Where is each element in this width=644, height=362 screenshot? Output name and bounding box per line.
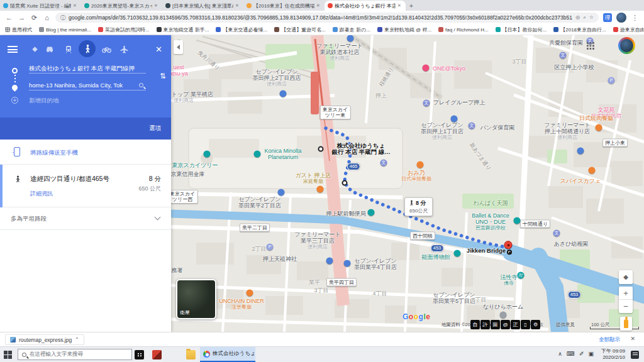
map-label[interactable]: ファミリーマート業平三丁目店便利商店 (294, 231, 340, 250)
map-label[interactable]: UNCHAIN DINER漢堡餐廳 (219, 298, 264, 310)
store-poi-pin[interactable] (344, 260, 351, 266)
store-poi-pin[interactable] (278, 189, 285, 195)
waypoint-marker[interactable] (342, 180, 348, 186)
add-destination-button[interactable]: 新增目的地 (29, 97, 59, 105)
map-label[interactable]: スパイスカフェ (560, 178, 601, 184)
satellite-toggle[interactable]: 衛星 (176, 279, 216, 319)
route-details-link[interactable]: 詳細資訊 (30, 190, 53, 198)
food-poi-pin[interactable] (247, 289, 253, 296)
download-item[interactable]: routemap_express.jpg ⌃ (5, 334, 84, 345)
store-poi-pin[interactable] (451, 115, 458, 122)
map-label[interactable]: 押上 (375, 92, 387, 99)
school-poi-pin[interactable]: 文 (553, 229, 560, 236)
map-label[interactable]: 東京東信用金庫 (171, 171, 205, 177)
zoom-out-button[interactable]: − (619, 300, 633, 313)
destination-pin[interactable] (504, 241, 513, 249)
map-label[interactable]: おみ乃日式串燒餐廳 (401, 170, 431, 182)
map-label[interactable]: 区立押上小学校 (555, 64, 594, 70)
bookmark-item[interactable]: faq / Richmond H... (438, 27, 488, 33)
taskbar-store-icon[interactable] (135, 350, 144, 359)
map-label[interactable]: 共愛館保育園 (549, 40, 583, 46)
ime-button[interactable]: 圖 (491, 320, 500, 329)
terrain-row[interactable]: 多為平坦路段 (0, 207, 171, 230)
tray-icon[interactable]: ∧ (558, 351, 562, 357)
map-label[interactable]: Ballet & DanceUNO・DUE芭蕾舞蹈學校 (472, 212, 509, 231)
ime-button[interactable]: ⚙ (531, 320, 540, 329)
action-center-icon[interactable] (631, 351, 639, 359)
mode-drive-icon[interactable] (43, 42, 57, 56)
browser-tab[interactable]: 【2019東京】住在成田機場旁✕ (243, 1, 325, 11)
route-duration-badge[interactable]: 8 分 650公尺 (404, 197, 433, 216)
teal-poi-pin[interactable] (454, 250, 461, 256)
new-tab-button[interactable]: + (406, 2, 417, 11)
map-label[interactable]: 押上天祖神社 (263, 256, 297, 262)
bookmark-item[interactable]: 東京地鐵交通 新手... (157, 26, 209, 33)
food-poi-pin[interactable] (596, 124, 602, 131)
store-poi-pin[interactable] (577, 147, 584, 154)
bookmark-item[interactable]: 應用程式 (5, 26, 32, 33)
ime-button[interactable]: 許 (480, 320, 490, 329)
route-option-card[interactable]: 途經四ツ目通り/都道465号 8 分 650 公尺 詳細資訊 (0, 165, 171, 207)
map-label[interactable]: ガスト 押上店家庭餐廳 (295, 172, 331, 185)
compass-button[interactable]: ◆ (619, 270, 633, 284)
store-poi-pin[interactable] (347, 35, 354, 41)
back-button[interactable]: ← (5, 14, 13, 21)
food-poi-pin[interactable] (317, 185, 324, 192)
bookmark-item[interactable]: 【交通】重遊可名... (274, 26, 326, 33)
browser-tab[interactable]: 隨意窩 Xuite 日誌管理 - 編輯文✕ (0, 1, 81, 11)
tray-icon[interactable]: ✐ (579, 351, 584, 357)
url-action-icon[interactable]: ⌕ (583, 14, 586, 21)
school-poi-pin[interactable]: 文 (560, 52, 567, 58)
map-canvas[interactable]: 曳舟川通りuestatsu-yaセブン-イレブン墨田押上2丁目西店便利商店ミニス… (171, 35, 644, 332)
mode-bike-icon[interactable] (99, 42, 113, 56)
tray-icon[interactable]: ▣ (588, 351, 594, 357)
map-label[interactable]: 法性寺佛寺 (501, 274, 518, 287)
school-poi-pin[interactable]: 文 (469, 122, 475, 129)
origin-input[interactable]: 株式会社ゆうちょ銀行 本店 半蔵門線押 (29, 63, 146, 74)
start-button[interactable] (4, 351, 12, 359)
download-chevron-icon[interactable]: ⌃ (75, 337, 79, 343)
teal-poi-pin[interactable] (514, 217, 521, 224)
destination-input[interactable]: home-13 Narihira, Sumida City, Tok (29, 80, 146, 90)
map-label[interactable]: 3丁目 (512, 58, 526, 65)
map-label[interactable]: あさひ幼稚園 (554, 241, 589, 247)
menu-kebab-icon[interactable]: ⋮ (631, 14, 639, 22)
map-label[interactable]: 能面博物館 (422, 254, 450, 260)
map-label[interactable]: わんぱく天国 (474, 200, 508, 206)
map-label[interactable]: 株式会社ゆうちょ銀行 本店 半蔵門 線… (331, 143, 390, 155)
bookmark-item[interactable]: 【東京交通必看懂... (216, 26, 267, 33)
tab-close-icon[interactable]: ✕ (73, 3, 78, 8)
parking-poi-pin[interactable]: P (608, 77, 615, 84)
map-label[interactable]: 業平 (309, 279, 320, 285)
parking-poi-pin[interactable]: P (267, 243, 274, 250)
map-label[interactable]: Jikken Bridge (467, 248, 506, 254)
map-label[interactable]: uestatsu-ya (171, 64, 188, 77)
search-icon[interactable] (139, 83, 143, 87)
food-poi-pin[interactable] (589, 167, 596, 173)
url-action-icon[interactable]: ☆ (589, 14, 594, 21)
mode-flight-icon[interactable] (117, 42, 131, 56)
pink-poi-pin[interactable] (423, 64, 430, 71)
store-poi-pin[interactable] (280, 90, 287, 97)
address-bar[interactable]: ⓘ google.com/maps/dir/35.7103632,139.813… (55, 13, 599, 23)
site-info-icon[interactable]: ⓘ (60, 14, 65, 21)
google-apps-grid-icon[interactable] (586, 41, 594, 50)
browser-tab[interactable]: 2020東京展望塔-東京スカイツ✕ (81, 1, 162, 11)
tab-close-icon[interactable]: ✕ (235, 3, 240, 8)
map-label[interactable]: セブン-イレブン墨田業平5丁目店 (433, 292, 475, 304)
map-label[interactable]: セブン-イレブン墨田業平2丁目店 (238, 196, 281, 209)
target-marker[interactable] (507, 250, 512, 255)
bookmark-item[interactable]: 遊東京自由行新手... (613, 26, 644, 33)
bookmark-item[interactable]: 東京輕軌地鐵 @ 裡... (377, 26, 431, 33)
food-poi-pin[interactable] (417, 161, 424, 168)
forward-button[interactable]: → (18, 14, 26, 21)
bookmark-item[interactable]: 跟著走 新の... (333, 26, 370, 33)
store-poi-pin[interactable] (326, 257, 333, 264)
teal-poi-pin[interactable] (204, 150, 211, 157)
mode-walk-icon[interactable] (80, 42, 94, 56)
tab-close-icon[interactable]: ✕ (154, 3, 159, 8)
url-action-icon[interactable]: ◎ (575, 14, 580, 21)
teal-poi-pin[interactable] (368, 209, 375, 216)
ime-button[interactable]: @ (501, 320, 510, 329)
taskbar-explorer-icon[interactable] (186, 350, 196, 359)
